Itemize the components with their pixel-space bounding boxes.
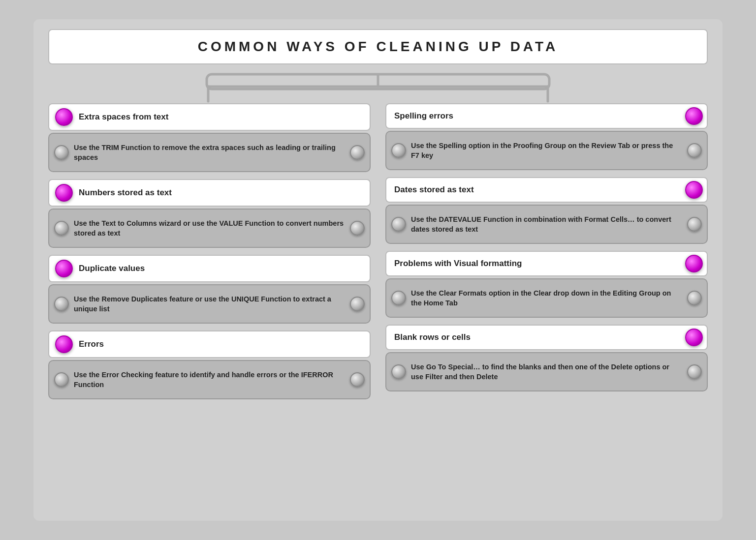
desc-card-right-2: Use the Clear Formats option in the Clea… <box>385 278 708 318</box>
title-card-left-2: Duplicate values <box>48 255 371 282</box>
small-ball-right-1-left <box>391 217 406 232</box>
small-ball-left-0 <box>54 145 69 160</box>
small-ball-left-1 <box>54 221 69 236</box>
right-column: Spelling errors Use the Spelling option … <box>385 103 708 511</box>
small-ball-left-2 <box>54 297 69 311</box>
title-card-right-1: Dates stored as text <box>385 177 708 203</box>
page-title: COMMON WAYS OF CLEANING UP DATA <box>198 39 559 54</box>
desc-text-left-2: Use the Remove Duplicates feature or use… <box>74 294 345 314</box>
desc-text-left-3: Use the Error Checking feature to identi… <box>74 370 345 390</box>
card-group-right-3: Blank rows or cells Use Go To Special… t… <box>385 325 708 391</box>
small-ball-right-left-2 <box>350 297 365 311</box>
magenta-ball-right-1 <box>685 181 703 199</box>
small-ball-right-left-1 <box>350 221 365 236</box>
desc-text-right-0: Use the Spelling option in the Proofing … <box>411 141 682 161</box>
magenta-ball-right-2 <box>685 255 703 272</box>
title-label-left-3: Errors <box>79 339 104 349</box>
title-card-left-3: Errors <box>48 330 371 358</box>
small-ball-right-left-3 <box>350 372 365 387</box>
content-grid: Extra spaces from text Use the TRIM Func… <box>48 103 708 511</box>
small-ball-right-1-right <box>687 217 702 232</box>
title-box: COMMON WAYS OF CLEANING UP DATA <box>48 29 708 64</box>
small-ball-right-0-left <box>391 143 406 158</box>
small-ball-left-3 <box>54 372 69 387</box>
title-card-right-2: Problems with Visual formatting <box>385 251 708 276</box>
small-ball-right-3-left <box>391 364 406 379</box>
desc-card-right-0: Use the Spelling option in the Proofing … <box>385 131 708 170</box>
small-ball-right-left-0 <box>350 145 365 160</box>
desc-card-right-3: Use Go To Special… to find the blanks an… <box>385 352 708 391</box>
magenta-ball-left-2 <box>55 260 73 277</box>
small-ball-right-2-left <box>391 291 406 305</box>
title-label-left-1: Numbers stored as text <box>79 188 172 198</box>
magenta-ball-right-0 <box>685 107 703 125</box>
title-card-right-3: Blank rows or cells <box>385 325 708 350</box>
title-card-left-0: Extra spaces from text <box>48 103 371 131</box>
title-label-right-0: Spelling errors <box>394 111 453 121</box>
card-group-left-3: Errors Use the Error Checking feature to… <box>48 330 371 399</box>
card-group-left-0: Extra spaces from text Use the TRIM Func… <box>48 103 371 172</box>
desc-card-left-3: Use the Error Checking feature to identi… <box>48 360 371 399</box>
title-label-right-3: Blank rows or cells <box>394 332 471 342</box>
magenta-ball-left-0 <box>55 108 73 126</box>
small-ball-right-0-right <box>687 143 702 158</box>
desc-card-right-1: Use the DATEVALUE Function in combinatio… <box>385 205 708 244</box>
magenta-ball-left-3 <box>55 335 73 353</box>
card-group-left-2: Duplicate values Use the Remove Duplicat… <box>48 255 371 324</box>
connector-area <box>48 74 708 101</box>
desc-text-left-1: Use the Text to Columns wizard or use th… <box>74 218 345 239</box>
desc-text-right-2: Use the Clear Formats option in the Clea… <box>411 288 682 308</box>
card-group-right-2: Problems with Visual formatting Use the … <box>385 251 708 318</box>
connector-svg <box>206 74 550 101</box>
desc-card-left-2: Use the Remove Duplicates feature or use… <box>48 284 371 324</box>
left-column: Extra spaces from text Use the TRIM Func… <box>48 103 371 511</box>
desc-text-right-1: Use the DATEVALUE Function in combinatio… <box>411 214 682 235</box>
desc-text-left-0: Use the TRIM Function to remove the extr… <box>74 143 345 163</box>
desc-text-right-3: Use Go To Special… to find the blanks an… <box>411 362 682 382</box>
card-group-left-1: Numbers stored as text Use the Text to C… <box>48 179 371 248</box>
desc-card-left-0: Use the TRIM Function to remove the extr… <box>48 133 371 172</box>
title-label-left-0: Extra spaces from text <box>79 112 168 122</box>
title-card-left-1: Numbers stored as text <box>48 179 371 207</box>
card-group-right-1: Dates stored as text Use the DATEVALUE F… <box>385 177 708 244</box>
small-ball-right-2-right <box>687 291 702 305</box>
magenta-ball-left-1 <box>55 184 73 202</box>
desc-card-left-1: Use the Text to Columns wizard or use th… <box>48 209 371 248</box>
title-label-right-1: Dates stored as text <box>394 185 474 195</box>
title-label-left-2: Duplicate values <box>79 264 145 273</box>
small-ball-right-3-right <box>687 364 702 379</box>
main-container: COMMON WAYS OF CLEANING UP DATA Extra sp… <box>33 19 723 521</box>
title-label-right-2: Problems with Visual formatting <box>394 259 522 269</box>
magenta-ball-right-3 <box>685 329 703 346</box>
card-group-right-0: Spelling errors Use the Spelling option … <box>385 103 708 170</box>
title-card-right-0: Spelling errors <box>385 103 708 129</box>
